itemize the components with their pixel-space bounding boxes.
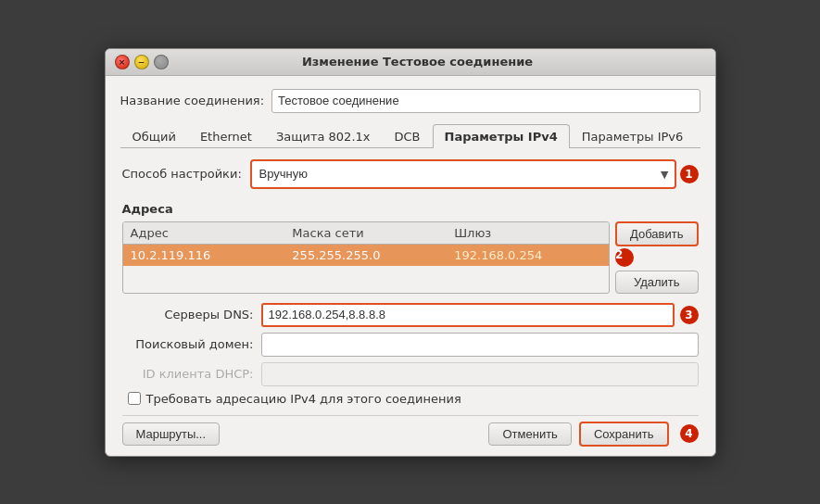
cell-address: 10.2.119.116 <box>123 245 285 266</box>
dhcp-id-row: ID клиента DHCP: <box>122 362 699 386</box>
save-button[interactable]: Сохранить <box>579 422 669 447</box>
search-domain-input[interactable] <box>261 333 699 357</box>
require-ipv4-label: Требовать адресацию IPv4 для этого соеди… <box>146 392 461 406</box>
close-icon: × <box>119 57 126 67</box>
add-button[interactable]: Добавить <box>615 221 698 246</box>
dns-input[interactable] <box>261 303 675 327</box>
table-row[interactable]: 10.2.119.116 255.255.255.0 192.168.0.254 <box>123 245 610 266</box>
cell-gateway: 192.168.0.254 <box>447 245 609 266</box>
search-domain-label: Поисковый домен: <box>122 337 261 351</box>
tab-dcb[interactable]: DCB <box>382 124 432 148</box>
routes-button[interactable]: Маршруты... <box>122 422 221 446</box>
badge-1: 1 <box>680 165 699 183</box>
col-gateway: Шлюз <box>447 222 609 244</box>
addresses-table: Адрес Маска сети Шлюз 10.2.119.116 255.2… <box>122 221 611 294</box>
close-button[interactable]: × <box>115 55 130 69</box>
main-window: × − Изменение Тестовое соединение Назван… <box>105 48 716 457</box>
dns-label: Серверы DNS: <box>122 308 261 321</box>
tab-ipv6[interactable]: Параметры IPv6 <box>570 124 696 148</box>
bottom-buttons: Маршруты... Отменить Сохранить 4 <box>122 415 699 447</box>
dhcp-id-input <box>261 362 699 386</box>
minimize-icon: − <box>138 57 145 67</box>
tab-ipv4[interactable]: Параметры IPv4 <box>433 124 570 148</box>
col-address: Адрес <box>123 222 285 244</box>
setup-select-wrapper: Автоматически (DHCP) Вручную Только лока… <box>250 159 676 189</box>
setup-method-row: Способ настройки: Автоматически (DHCP) В… <box>122 159 699 189</box>
connection-name-row: Название соединения: <box>120 89 700 113</box>
tab-security[interactable]: Защита 802.1x <box>264 124 383 148</box>
badge-2: 2 <box>615 248 634 267</box>
dhcp-id-label: ID клиента DHCP: <box>122 367 261 381</box>
ipv4-content: Способ настройки: Автоматически (DHCP) В… <box>120 159 700 447</box>
addresses-section: Адреса Адрес Маска сети Шлюз 10.2.119.11… <box>122 202 699 294</box>
badge-3: 3 <box>680 306 699 324</box>
setup-select[interactable]: Автоматически (DHCP) Вручную Только лока… <box>252 161 675 187</box>
tab-general[interactable]: Общий <box>120 124 188 148</box>
titlebar-buttons: × − <box>115 55 169 69</box>
tab-ethernet[interactable]: Ethernet <box>188 124 264 148</box>
maximize-button[interactable] <box>154 55 169 69</box>
cancel-button[interactable]: Отменить <box>488 422 571 446</box>
addresses-table-wrapper: Адрес Маска сети Шлюз 10.2.119.116 255.2… <box>122 221 699 294</box>
tab-bar: Общий Ethernet Защита 802.1x DCB Парамет… <box>120 124 700 148</box>
titlebar: × − Изменение Тестовое соединение <box>106 49 715 76</box>
setup-label: Способ настройки: <box>122 167 243 181</box>
table-header: Адрес Маска сети Шлюз <box>123 222 610 245</box>
require-ipv4-checkbox[interactable] <box>128 392 141 405</box>
window-title: Изменение Тестовое соединение <box>176 55 660 69</box>
form-fields: Серверы DNS: 3 Поисковый домен: ID клиен… <box>122 303 699 386</box>
search-domain-row: Поисковый домен: <box>122 333 699 357</box>
minimize-button[interactable]: − <box>134 55 149 69</box>
content-area: Название соединения: Общий Ethernet Защи… <box>106 76 715 456</box>
col-mask: Маска сети <box>284 222 447 244</box>
dns-row: Серверы DNS: 3 <box>122 303 699 327</box>
table-buttons: Добавить 2 Удалить <box>615 221 698 294</box>
connection-name-input[interactable] <box>271 89 700 113</box>
require-ipv4-row: Требовать адресацию IPv4 для этого соеди… <box>128 392 699 406</box>
delete-button[interactable]: Удалить <box>615 271 698 294</box>
connection-name-label: Название соединения: <box>120 94 265 107</box>
addresses-header: Адреса <box>122 202 699 216</box>
cell-mask: 255.255.255.0 <box>284 245 447 266</box>
badge-4: 4 <box>680 424 699 443</box>
